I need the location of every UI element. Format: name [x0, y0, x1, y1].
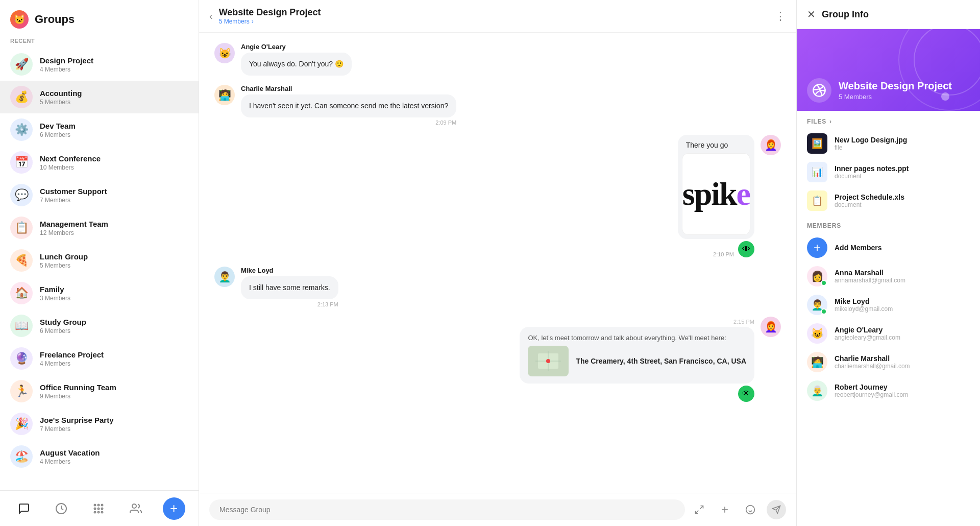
- attach-button[interactable]: [716, 500, 734, 519]
- group-name: Freelance Project: [40, 350, 104, 359]
- member-item: 🧑‍💻 Charlie Marshall charliemarshall@gma…: [797, 348, 980, 376]
- history-nav-icon[interactable]: [51, 498, 71, 519]
- avatar: 👩‍🦰: [761, 317, 781, 337]
- group-icon: ⚙️: [10, 118, 33, 141]
- chat-more-button[interactable]: ⋮: [775, 10, 786, 23]
- message-time: 2:09 PM: [435, 119, 456, 126]
- file-type: document: [835, 173, 909, 180]
- group-members-count: 10 Members: [40, 164, 101, 171]
- sidebar-group-item-accounting[interactable]: 💰 Accounting 5 Members: [0, 81, 199, 113]
- message-time: 2:10 PM: [713, 251, 734, 257]
- file-item[interactable]: 📊 Inner pages notes.ppt document: [797, 158, 980, 186]
- group-info-block: Lunch Group 5 Members: [40, 252, 88, 269]
- add-nav-button[interactable]: +: [163, 497, 185, 520]
- spike-bubble-text: There you go: [678, 135, 754, 153]
- location-bubble[interactable]: OK, let's meet tomorrow and talk about e…: [520, 327, 754, 384]
- files-section-header[interactable]: FILES ›: [797, 111, 980, 129]
- file-item[interactable]: 📋 Project Schedule.xls document: [797, 186, 980, 215]
- group-info-block: Freelance Project 4 Members: [40, 350, 104, 367]
- bottom-nav: +: [0, 490, 199, 526]
- apps-nav-icon[interactable]: [88, 498, 109, 519]
- group-members-count: 6 Members: [40, 327, 86, 334]
- svg-point-10: [132, 504, 136, 508]
- sidebar-group-item-joeparty[interactable]: 🎉 Joe's Surprise Party 7 Members: [0, 408, 199, 440]
- group-members-count: 9 Members: [40, 393, 116, 400]
- svg-point-20: [746, 506, 755, 514]
- members-label: MEMBERS: [807, 222, 841, 229]
- member-item: 👨‍🦳 Robert Journey reobertjourney@gmail.…: [797, 376, 980, 405]
- message-input[interactable]: [209, 499, 685, 520]
- message-bubble: I haven't seen it yet. Can someone send …: [241, 94, 456, 117]
- group-members-count: 12 Members: [40, 229, 108, 236]
- group-icon: 🏠: [10, 282, 33, 304]
- file-name: Project Schedule.xls: [835, 193, 904, 201]
- group-icon: 🏃: [10, 380, 33, 402]
- chat-subtitle[interactable]: 5 Members ›: [219, 18, 321, 25]
- banner-title: Website Design Project: [839, 80, 952, 92]
- chat-area: ‹ Website Design Project 5 Members › ⋮ 😺…: [199, 0, 796, 526]
- group-info-block: Dev Team 6 Members: [40, 122, 76, 138]
- file-item[interactable]: 🖼️ New Logo Design.jpg file: [797, 129, 980, 158]
- member-avatar: 👩: [807, 266, 827, 286]
- group-name: Accounting: [40, 89, 82, 98]
- close-panel-button[interactable]: ✕: [807, 8, 816, 20]
- group-members-count: 4 Members: [40, 458, 100, 465]
- spike-image-bubble: There you go spike: [678, 135, 754, 239]
- message-content: Charlie Marshall I haven't seen it yet. …: [241, 85, 456, 126]
- group-name: Next Conference: [40, 154, 101, 163]
- location-body: The Creamery, 4th Street, San Francisco,…: [528, 346, 746, 376]
- avatar: 👩‍🦰: [761, 135, 781, 155]
- sidebar-group-item-lunch[interactable]: 🍕 Lunch Group 5 Members: [0, 244, 199, 277]
- sidebar-group-item-freelance[interactable]: 🔮 Freelance Project 4 Members: [0, 342, 199, 375]
- group-members-count: 4 Members: [40, 66, 93, 73]
- group-info-block: August Vacation 4 Members: [40, 448, 100, 465]
- right-panel: ✕ Group Info Website Design Project 5 Me…: [796, 0, 980, 526]
- group-icon: 🏖️: [10, 445, 33, 468]
- emoji-button[interactable]: [741, 500, 760, 519]
- spike-logo-box: spike: [682, 153, 750, 235]
- chat-nav-icon[interactable]: [14, 498, 34, 519]
- member-name: Angie O'Leary: [835, 326, 900, 334]
- add-member-button[interactable]: + Add Members: [797, 233, 980, 262]
- sidebar-group-item-design[interactable]: 🚀 Design Project 4 Members: [0, 48, 199, 81]
- sidebar-group-item-family[interactable]: 🏠 Family 3 Members: [0, 277, 199, 309]
- contacts-nav-icon[interactable]: [126, 498, 146, 519]
- send-button[interactable]: [767, 500, 786, 519]
- message-bubble: You always do. Don't you? 🙂: [241, 53, 352, 76]
- avatar: 🧑‍💻: [214, 85, 235, 105]
- sidebar-group-item-running[interactable]: 🏃 Office Running Team 9 Members: [0, 375, 199, 408]
- location-header: OK, let's meet tomorrow and talk about e…: [528, 334, 746, 342]
- avatar: 👨‍🦱: [214, 267, 235, 287]
- group-name: Customer Support: [40, 187, 107, 196]
- expand-button[interactable]: [690, 500, 708, 519]
- group-info-block: Next Conference 10 Members: [40, 154, 101, 171]
- back-button[interactable]: ‹: [209, 10, 213, 22]
- message-content: Angie O'Leary You always do. Don't you? …: [241, 43, 352, 76]
- sidebar-group-item-devteam[interactable]: ⚙️ Dev Team 6 Members: [0, 113, 199, 146]
- member-item: 👨‍🦱 Mike Loyd mikeloyd@gmail.com: [797, 291, 980, 319]
- online-indicator: [821, 280, 827, 286]
- message-content: Mike Loyd I still have some remarks. 2:1…: [241, 267, 338, 307]
- sidebar-title: Groups: [35, 13, 75, 26]
- member-item: 😺 Angie O'Leary angieoleary@gmail.com: [797, 319, 980, 348]
- group-icon: 📅: [10, 151, 33, 174]
- seen-icon: 👁: [738, 386, 754, 402]
- message-time: 2:13 PM: [317, 301, 338, 307]
- sidebar-group-item-vacation[interactable]: 🏖️ August Vacation 4 Members: [0, 440, 199, 473]
- sidebar-group-item-mgmtteam[interactable]: 📋 Management Team 12 Members: [0, 211, 199, 244]
- sidebar-group-item-nextconf[interactable]: 📅 Next Conference 10 Members: [0, 146, 199, 179]
- group-info-block: Joe's Surprise Party 7 Members: [40, 416, 113, 433]
- input-icons: [690, 500, 786, 519]
- group-icon: 🚀: [10, 53, 33, 76]
- sidebar-group-item-study[interactable]: 📖 Study Group 6 Members: [0, 309, 199, 342]
- group-name: Family: [40, 285, 70, 294]
- member-name: Charlie Marshall: [835, 354, 910, 363]
- svg-point-5: [101, 508, 103, 509]
- svg-point-1: [97, 504, 99, 506]
- message-sender: Mike Loyd: [241, 267, 338, 274]
- sidebar-group-item-custsupport[interactable]: 💬 Customer Support 7 Members: [0, 179, 199, 211]
- location-text: The Creamery, 4th Street, San Francisco,…: [576, 357, 746, 365]
- svg-point-8: [101, 511, 103, 513]
- chat-input-row: [199, 493, 796, 526]
- group-name: Office Running Team: [40, 383, 116, 392]
